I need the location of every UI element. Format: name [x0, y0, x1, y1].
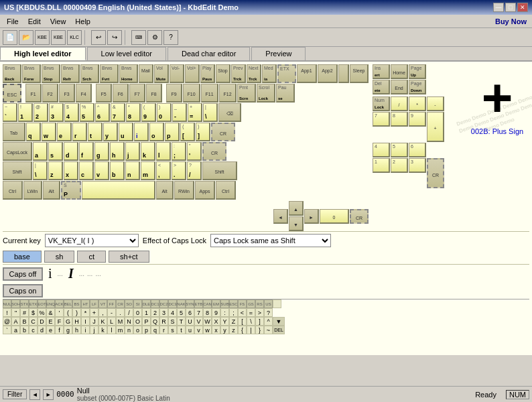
ctrl-cell-can[interactable]: CAN: [203, 299, 212, 308]
state-tab-base[interactable]: base: [3, 251, 42, 263]
menu-view[interactable]: View: [46, 17, 70, 26]
key-arrow-left[interactable]: ◄: [273, 209, 288, 224]
key-app1[interactable]: App1: [297, 64, 317, 83]
key-ctrl-left[interactable]: Ctrl: [3, 181, 23, 200]
key-alt-left[interactable]: Alt: [43, 181, 60, 200]
toolbar-kbe2[interactable]: KBE: [51, 30, 66, 45]
key-brws-refr[interactable]: BrwsRefr: [61, 64, 80, 83]
ctrl-cell-vt[interactable]: VT: [98, 299, 107, 308]
key-4[interactable]: $4: [64, 103, 79, 122]
key-brws-back[interactable]: BrwsBack: [3, 64, 21, 83]
char-T[interactable]: T: [177, 317, 186, 326]
current-key-dropdown[interactable]: VK_KEY_I( I ): [45, 234, 139, 247]
key-stop[interactable]: Stop: [216, 64, 230, 83]
char-p[interactable]: p: [142, 326, 151, 334]
char-M[interactable]: M: [116, 317, 125, 326]
key-f4[interactable]: F4: [76, 84, 92, 103]
char-B[interactable]: B: [20, 317, 29, 326]
key-j[interactable]: j: [125, 142, 140, 161]
char-X[interactable]: X: [212, 317, 220, 326]
key-play-pause[interactable]: PlayPaus: [200, 64, 215, 83]
key-apps[interactable]: Apps: [195, 181, 215, 200]
maximize-button[interactable]: □: [505, 3, 516, 12]
ctrl-cell-stx[interactable]: STX: [20, 299, 29, 308]
char-at[interactable]: @: [3, 317, 11, 326]
ctrl-cell-syn[interactable]: SYN: [186, 299, 194, 308]
key-mail[interactable]: Mail: [139, 64, 153, 83]
char-colon[interactable]: :: [220, 308, 229, 317]
key-num-sub[interactable]: -: [427, 96, 444, 111]
minimize-button[interactable]: —: [493, 3, 504, 12]
key-lbracket[interactable]: {[: [180, 123, 195, 141]
char-J[interactable]: J: [90, 317, 98, 326]
key-g[interactable]: g: [94, 142, 109, 161]
key-enter-top[interactable]: CR: [211, 123, 235, 141]
key-brws-srch[interactable]: BrwsSrch: [80, 64, 99, 83]
key-ins[interactable]: Insert: [373, 64, 390, 79]
char-y[interactable]: y: [220, 326, 229, 334]
char-S[interactable]: S: [168, 317, 177, 326]
key-shift-left[interactable]: Shift: [3, 161, 32, 180]
char-d[interactable]: d: [38, 326, 46, 334]
ctrl-cell-soh[interactable]: SOH: [11, 299, 20, 308]
menu-help[interactable]: Help: [71, 17, 94, 26]
ctrl-cell-em[interactable]: EM: [212, 299, 220, 308]
key-brws-fvrt[interactable]: BrwsFvrt: [100, 64, 119, 83]
char-plus[interactable]: +: [90, 308, 98, 317]
char-caret[interactable]: ^: [264, 317, 273, 326]
char-E[interactable]: E: [46, 317, 55, 326]
key-ctxx[interactable]: [338, 64, 349, 83]
key-period[interactable]: >.: [172, 161, 186, 180]
char-W[interactable]: W: [203, 317, 212, 326]
ctrl-cell-dle[interactable]: DLE: [142, 299, 151, 308]
key-1[interactable]: !1: [18, 103, 33, 122]
toolbar-undo[interactable]: ↩: [91, 30, 106, 45]
char-N[interactable]: N: [125, 317, 133, 326]
key-slash[interactable]: ?/: [187, 161, 202, 180]
key-f9[interactable]: F9: [166, 84, 182, 103]
key-backslash[interactable]: |\: [203, 103, 218, 122]
key-f6[interactable]: F6: [113, 84, 129, 103]
char-fslash[interactable]: /: [125, 308, 133, 317]
key-8[interactable]: *8: [126, 103, 141, 122]
key-num-enter[interactable]: CR: [427, 158, 444, 188]
key-f[interactable]: f: [79, 142, 94, 161]
char-L[interactable]: L: [107, 317, 116, 326]
char-V[interactable]: V: [194, 317, 203, 326]
char-7[interactable]: 7: [194, 308, 203, 317]
key-media[interactable]: Media: [262, 64, 277, 83]
char-pipe[interactable]: |: [247, 326, 255, 334]
char-a[interactable]: a: [11, 326, 20, 334]
key-arrow-up[interactable]: ▲: [289, 201, 304, 216]
char-r[interactable]: r: [159, 326, 168, 334]
key-next-track[interactable]: NextTrck: [247, 64, 261, 83]
key-pgup[interactable]: PageUp: [409, 64, 426, 79]
key-f12[interactable]: F12: [219, 84, 237, 103]
key-numlock[interactable]: NumLock: [373, 96, 390, 111]
char-rcurl[interactable]: }: [255, 326, 264, 334]
key-scrolllock[interactable]: ScrolLock: [257, 84, 275, 103]
char-1[interactable]: 1: [142, 308, 151, 317]
key-brws-forw[interactable]: BrwsForw: [22, 64, 41, 83]
char-n[interactable]: n: [125, 326, 133, 334]
char-Y[interactable]: Y: [220, 317, 229, 326]
char-percent[interactable]: %: [38, 308, 46, 317]
key-l[interactable]: l: [156, 142, 171, 161]
char-hash[interactable]: #: [20, 308, 29, 317]
tab-dead-char[interactable]: Dead char editor: [168, 47, 250, 60]
toolbar-new[interactable]: 📄: [3, 30, 17, 45]
ctrl-cell-esc[interactable]: ESC: [229, 299, 238, 308]
key-rwin[interactable]: RWin: [174, 181, 194, 200]
key-capslock[interactable]: CapsLock: [3, 142, 32, 161]
key-sp-dashed[interactable]: SP: [61, 181, 81, 200]
key-q[interactable]: q: [26, 123, 41, 141]
char-bslash[interactable]: \: [247, 317, 255, 326]
ctrl-cell-etb[interactable]: ETB: [194, 299, 203, 308]
toolbar-redo[interactable]: ↪: [107, 30, 122, 45]
char-del-cell[interactable]: DEL: [273, 326, 285, 334]
char-D[interactable]: D: [38, 317, 46, 326]
char-v[interactable]: v: [194, 326, 203, 334]
char-e[interactable]: e: [46, 326, 55, 334]
key-z[interactable]: z: [48, 161, 63, 180]
prev-button[interactable]: ◄: [29, 389, 40, 400]
